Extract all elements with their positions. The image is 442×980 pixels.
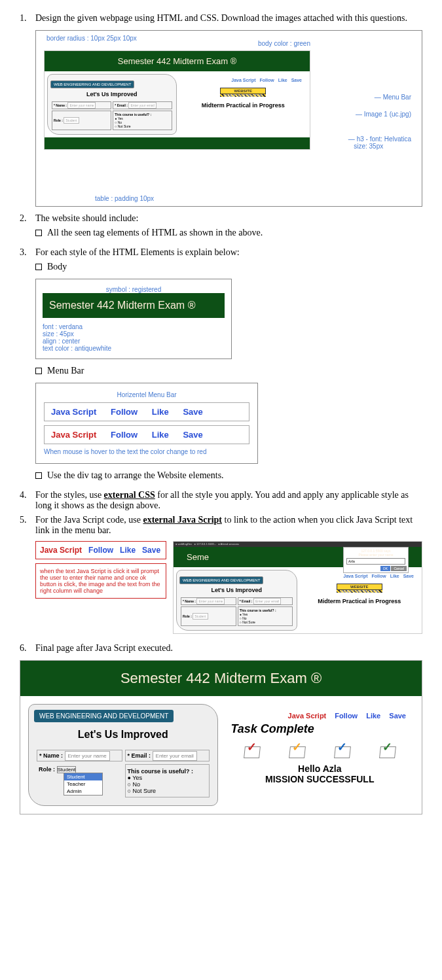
menu-follow[interactable]: Follow bbox=[260, 78, 274, 82]
mini-right-panel: Java Script Follow Like Save WEBSITE UND… bbox=[179, 74, 308, 135]
q3-body-fig: symbol : registered Semester 442 Midterm… bbox=[35, 279, 232, 359]
radio-notsure[interactable]: Not Sure bbox=[132, 788, 156, 794]
role-dropdown[interactable]: Student Teacher Admin bbox=[64, 773, 103, 796]
radio-notsure[interactable]: Not Sure bbox=[118, 124, 131, 128]
ann-table: table : padding 10px bbox=[95, 195, 154, 202]
final-right: Java Script Follow Like Save Task Comple… bbox=[226, 704, 414, 806]
q3-menu-fig: Horizentel Menu Bar Java Script Follow L… bbox=[35, 383, 258, 464]
menu-row-hover: Java Script Follow Like Save bbox=[44, 425, 249, 444]
ann-img1: — Image 1 (uc.jpg) bbox=[356, 111, 411, 118]
q3-sub-div: Use the div tag to arrange the Website e… bbox=[35, 470, 422, 481]
js-explain: when the text Java Script is click it wi… bbox=[35, 563, 166, 599]
q2-sub1: All the seen tag elements of HTML as sho… bbox=[35, 228, 422, 238]
h3-progress: Midterm Practical in Progress bbox=[182, 102, 305, 109]
q5-right-col: ● webEngDev ● 127.0.0.1:5500... ● Attend… bbox=[173, 541, 422, 634]
checkbox-icon bbox=[35, 264, 42, 270]
q5-left-col: Java Script Follow Like Save when the te… bbox=[35, 541, 166, 634]
q1-figure: border radius : 10px 25px 10px body colo… bbox=[35, 30, 422, 207]
email-input[interactable]: Enter your email bbox=[153, 751, 197, 761]
browser-tab-bar: ● webEngDev ● 127.0.0.1:5500... ● Attend… bbox=[174, 542, 422, 547]
mini-banner-bg: Semester 442 Midterm Exam ® bbox=[45, 51, 310, 71]
mission-text: MISSION SUCCESSFULL bbox=[231, 774, 409, 784]
q5: 5. For the Java Script code, use externa… bbox=[20, 515, 422, 536]
mini-badge: WEB ENGINEERING AND DEVELOPMENT bbox=[50, 80, 134, 88]
ann-body: body color : green bbox=[258, 40, 310, 47]
js-prompt: 127.0.0.1:5500 says Please enter your na… bbox=[343, 547, 409, 573]
spec-size: size : 45px bbox=[43, 330, 225, 338]
final-menu: Java Script Follow Like Save bbox=[231, 709, 409, 722]
checkbox-icon bbox=[35, 472, 42, 479]
mini-page: Semester 442 Midterm Exam ® WEB ENGINEER… bbox=[44, 50, 310, 150]
final-page: Semester 442 Midterm Exam ® WEB ENGINEER… bbox=[20, 660, 422, 814]
q1: 1. Design the given webpage using HTML a… bbox=[20, 13, 422, 24]
checkbox-icon bbox=[35, 230, 42, 236]
table-row: Role : Student This course is useful? : … bbox=[52, 111, 172, 130]
ann-border: border radius : 10px 25px 10px bbox=[46, 35, 418, 42]
q1-text: Design the given webpage using HTML and … bbox=[35, 13, 422, 24]
email-input[interactable]: Enter your email bbox=[128, 102, 156, 109]
task-complete: Task Complete bbox=[231, 722, 409, 736]
role-select[interactable]: Student bbox=[64, 117, 79, 124]
final-left: WEB ENGINEERING AND DEVELOPMENT Let's Us… bbox=[28, 704, 218, 806]
mini-banner: Semester 442 Midterm Exam ® bbox=[118, 56, 237, 66]
menu-row-normal: Java Script Follow Like Save bbox=[44, 402, 249, 421]
radio-yes[interactable]: Yes bbox=[132, 775, 142, 781]
table-row: * Name : Enter your name * Email : Enter… bbox=[52, 101, 172, 109]
radio-no[interactable]: No bbox=[132, 781, 140, 788]
q3: 3. For each style of the HTML Elements i… bbox=[20, 247, 422, 258]
table-row: Role : Student Student Teacher Admin Thi… bbox=[37, 764, 210, 797]
menu-js[interactable]: Java Script bbox=[231, 78, 255, 82]
name-input[interactable]: Enter your name bbox=[67, 102, 96, 109]
ann-hover: When mouse is hover to the text the colo… bbox=[44, 448, 249, 455]
q1-num: 1. bbox=[20, 13, 35, 24]
body-banner: Semester 442 Midterm Exam ® bbox=[43, 293, 225, 318]
mini-form-table: * Name : Enter your name * Email : Enter… bbox=[50, 100, 174, 131]
ann-menubar: — Menu Bar bbox=[375, 94, 411, 101]
banner-split: Seme am ® 127.0.0.1:5500 says Please ent… bbox=[174, 547, 422, 567]
mini-footer bbox=[45, 137, 310, 149]
cancel-button[interactable]: Cancel bbox=[391, 566, 407, 571]
q6: 6. Final page after Java Script executed… bbox=[20, 643, 422, 654]
task-complete-image: ✓ ✓ ✓ ✓ bbox=[231, 740, 409, 758]
ok-button[interactable]: OK bbox=[380, 566, 390, 571]
ann-h3: — h3 - font: Helvatica size: 35px bbox=[348, 135, 411, 150]
mini-left-panel: WEB ENGINEERING AND DEVELOPMENT Let's Us… bbox=[47, 74, 177, 135]
uc-image: WEBSITE UNDER CONSTRUCTION bbox=[220, 88, 266, 97]
spec-font: font : verdana bbox=[43, 323, 225, 330]
ann-hmenu: Horizentel Menu Bar bbox=[44, 391, 249, 398]
prompt-input[interactable] bbox=[346, 558, 405, 565]
final-banner: Semester 442 Midterm Exam ® bbox=[20, 661, 422, 696]
checkbox-icon bbox=[35, 368, 42, 374]
menu-save[interactable]: Save bbox=[291, 78, 302, 82]
spec-color: text color : antiquewhite bbox=[43, 345, 225, 352]
spec-align: align : center bbox=[43, 338, 225, 345]
q3-sub-menu: Menu Bar bbox=[35, 366, 422, 376]
q2: 2. The website should include: bbox=[20, 213, 422, 224]
table-row: * Name : Enter your name * Email : Enter… bbox=[37, 750, 210, 761]
mini-left-title: Let's Us Improved bbox=[50, 91, 174, 97]
role-select[interactable]: Student bbox=[57, 766, 77, 773]
mini-menu-bar: Java Script Follow Like Save bbox=[182, 77, 305, 84]
menu-like[interactable]: Like bbox=[278, 78, 287, 82]
q3-sub-body: Body bbox=[35, 262, 422, 272]
name-input[interactable]: Enter your name bbox=[65, 751, 110, 761]
q4: 4. For the styles, use external CSS for … bbox=[20, 490, 422, 511]
ann-symbol: symbol : registered bbox=[43, 286, 225, 293]
hello-text: Hello Azla bbox=[231, 763, 409, 774]
